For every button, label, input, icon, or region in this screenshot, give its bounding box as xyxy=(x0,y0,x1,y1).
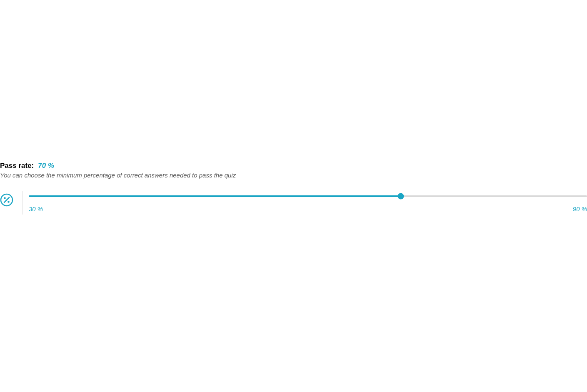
svg-point-2 xyxy=(7,201,10,203)
svg-point-1 xyxy=(4,197,6,199)
slider-row: 30 % 90 % xyxy=(0,191,587,215)
slider-max-label: 90 % xyxy=(573,205,587,212)
pass-rate-section: Pass rate: 70 % You can choose the minim… xyxy=(0,162,587,215)
pass-rate-label: Pass rate: xyxy=(0,162,34,170)
slider-thumb[interactable] xyxy=(398,193,404,200)
slider-labels: 30 % 90 % xyxy=(29,205,587,212)
pass-rate-slider[interactable] xyxy=(29,195,587,197)
pass-rate-value: 70 % xyxy=(38,162,54,170)
slider-area: 30 % 90 % xyxy=(29,191,587,212)
vertical-divider xyxy=(22,191,23,215)
slider-min-label: 30 % xyxy=(29,205,43,212)
pass-rate-header: Pass rate: 70 % xyxy=(0,162,587,170)
slider-fill xyxy=(29,195,401,197)
pass-rate-description: You can choose the minimum percentage of… xyxy=(0,172,587,179)
percent-icon xyxy=(0,193,13,207)
